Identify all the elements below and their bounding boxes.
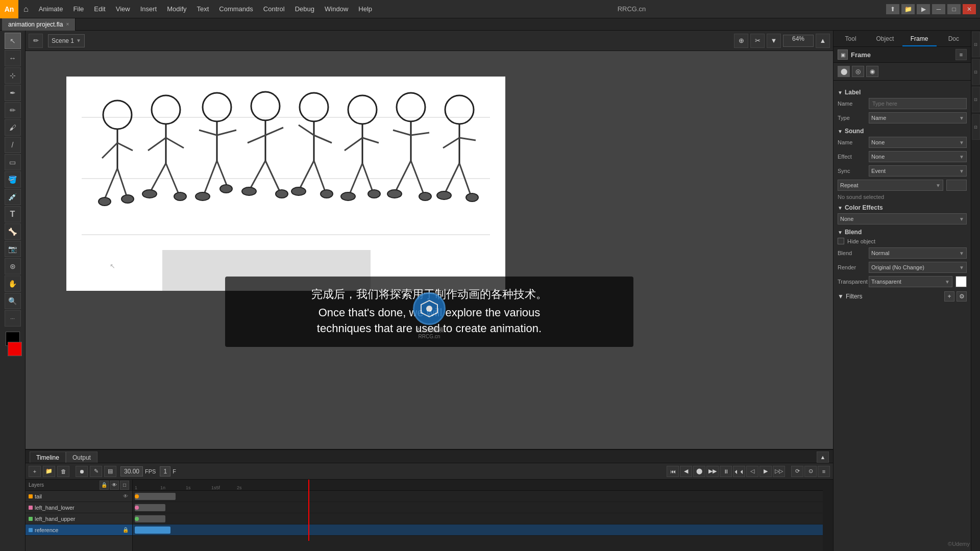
lhu-kf1[interactable] [135,517,139,521]
collapse-tab-2[interactable]: ⊡ [972,59,980,85]
playhead[interactable] [308,480,309,541]
file-tab[interactable]: animation project.fla × [2,18,76,31]
close-btn[interactable]: ✕ [963,4,976,14]
play-btn[interactable]: ▶ [917,4,930,14]
sound-name-select[interactable]: None ▼ [869,137,967,148]
sound-repeat-count[interactable]: 1 [946,180,967,191]
render-select[interactable]: Original (No Change) ▼ [869,262,967,273]
transparent-select[interactable]: Transparent ▼ [869,276,952,287]
delete-layer-btn[interactable]: 🗑 [57,466,69,477]
folder-btn[interactable]: 📁 [901,4,915,14]
go-first-btn[interactable]: ⏮ [667,466,679,477]
layer-left-hand-lower[interactable]: left_hand_lower [26,502,132,513]
paint-bucket-tool[interactable]: 🪣 [5,171,21,188]
zoom-tool[interactable]: 🔍 [5,293,21,309]
add-filter-btn[interactable]: + [944,291,954,302]
sound-section-header[interactable]: ▼ Sound [838,128,967,135]
timeline-scrollbar[interactable] [823,480,833,551]
new-folder-btn[interactable]: 📁 [43,466,55,477]
frame-type-3[interactable]: ◉ [866,66,878,77]
output-tab[interactable]: Output [66,452,97,463]
bone-tool[interactable]: 🦴 [5,223,21,240]
menu-file[interactable]: File [68,0,89,18]
more-tools[interactable]: ··· [5,310,21,327]
menu-view[interactable]: View [111,0,135,18]
menu-edit[interactable]: Edit [89,0,110,18]
maximize-btn[interactable]: □ [947,4,961,14]
tail-visibility[interactable]: 👁 [122,493,129,500]
tool-tab[interactable]: Tool [834,31,868,46]
frame-value[interactable]: 1 [160,466,170,477]
menu-animate[interactable]: Animate [34,0,68,18]
frame-type-1[interactable]: ⬤ [838,66,850,77]
minimize-btn[interactable]: ─ [932,4,945,14]
extra-btn1[interactable]: ⟳ [791,466,803,477]
line-tool[interactable]: / [5,137,21,153]
pen-tool[interactable]: ✒ [5,85,21,101]
layer-btn[interactable]: ▤ [104,466,116,477]
menu-home[interactable]: ⌂ [18,0,34,18]
loop-back-btn[interactable]: ⏴⏴ [733,466,745,477]
extra-btn3[interactable]: ≡ [818,466,830,477]
asset-warp-tool[interactable]: ⊛ [5,258,21,274]
rectangle-tool[interactable]: ▭ [5,154,21,170]
menu-help[interactable]: Help [353,0,377,18]
hide-object-checkbox[interactable] [838,238,844,244]
menu-control[interactable]: Control [258,0,290,18]
outline-all-btn[interactable]: □ [120,481,129,490]
object-tab[interactable]: Object [868,31,902,46]
ref-kf1[interactable] [135,528,139,532]
frame-type-2[interactable]: ◎ [852,66,864,77]
zoom-input[interactable]: 64% [783,35,814,47]
subselection-tool[interactable]: ↔ [5,50,21,66]
ref-lock[interactable]: 🔒 [122,527,129,534]
layer-reference[interactable]: reference 🔒 [26,524,132,536]
sound-effect-select[interactable]: None ▼ [869,151,967,162]
brush-tool[interactable]: 🖌 [5,119,21,136]
collapse-tab-1[interactable]: ⊡ [972,32,980,57]
label-name-input[interactable] [869,98,967,109]
step-fwd-btn[interactable]: ▶▶ [706,466,719,477]
filter-settings-btn[interactable]: ⚙ [957,291,967,302]
upload-btn[interactable]: ⬆ [886,4,899,14]
pencil-btn[interactable]: ✎ [90,466,102,477]
new-layer-btn[interactable]: + [29,466,41,477]
lock-all-btn[interactable]: 🔒 [100,481,109,490]
menu-text[interactable]: Text [192,0,214,18]
clip-btn[interactable]: ✂ [750,34,765,48]
blend-select[interactable]: Normal ▼ [869,247,967,259]
blend-section-header[interactable]: ▼ Blend [838,229,967,236]
menu-commands[interactable]: Commands [214,0,258,18]
label-section-header[interactable]: ▼ Label [838,89,967,96]
text-tool[interactable]: T [5,206,21,222]
zoom-up-btn[interactable]: ▲ [816,34,830,48]
camera-tool[interactable]: 📷 [5,241,21,257]
timeline-collapse-btn[interactable]: ▲ [817,452,829,463]
label-type-select[interactable]: Name ▼ [869,112,967,123]
filters-toggle[interactable]: ▼ Filters [838,293,863,300]
play-main-btn[interactable]: ▶ [760,466,772,477]
menu-modify[interactable]: Modify [162,0,191,18]
scene-selector[interactable]: Scene 1 ▼ [48,34,85,47]
hand-tool[interactable]: ✋ [5,276,21,292]
record-btn[interactable]: ⏺ [76,466,88,477]
sound-repeat-select[interactable]: Repeat ▼ [838,180,943,191]
fill-color-swatch[interactable] [8,342,22,356]
fps-value[interactable]: 30.00 [120,466,143,477]
stop-btn[interactable]: ⬤ [693,466,705,477]
selection-tool[interactable]: ↖ [5,33,21,49]
color-swatch[interactable] [955,276,967,287]
menu-window[interactable]: Window [320,0,353,18]
pause-btn[interactable]: ⏸ [720,466,732,477]
hide-all-btn[interactable]: 👁 [110,481,119,490]
sound-sync-select[interactable]: Event ▼ [869,165,967,177]
step-back-btn[interactable]: ◀ [680,466,692,477]
extra-btn2[interactable]: ⊙ [804,466,817,477]
layer-tail[interactable]: tail 👁 [26,491,132,502]
collapse-tab-4[interactable]: ⊡ [972,114,980,140]
doc-tab[interactable]: Doc [937,31,971,46]
menu-insert[interactable]: Insert [135,0,162,18]
lhl-kf1[interactable] [135,506,139,510]
edit-symbol-btn[interactable]: ✏ [29,34,43,48]
onion-next-btn[interactable]: ▷▷ [773,466,785,477]
